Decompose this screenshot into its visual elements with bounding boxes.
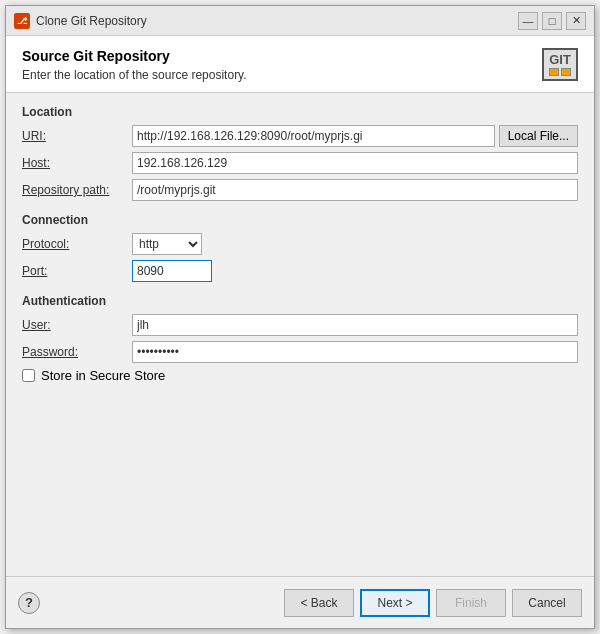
close-button[interactable]: ✕	[566, 12, 586, 30]
user-row: User:	[22, 314, 578, 336]
password-row: Password:	[22, 341, 578, 363]
repo-path-input[interactable]	[132, 179, 578, 201]
cancel-button[interactable]: Cancel	[512, 589, 582, 617]
uri-input-group: Local File...	[132, 125, 578, 147]
local-file-button[interactable]: Local File...	[499, 125, 578, 147]
header-title: Source Git Repository	[22, 48, 247, 64]
user-input[interactable]	[132, 314, 578, 336]
port-input[interactable]	[132, 260, 212, 282]
host-row: Host:	[22, 152, 578, 174]
title-bar: ⎇ Clone Git Repository — □ ✕	[6, 6, 594, 36]
password-label: Password:	[22, 345, 132, 359]
password-input[interactable]	[132, 341, 578, 363]
title-bar-left: ⎇ Clone Git Repository	[14, 13, 147, 29]
minimize-button[interactable]: —	[518, 12, 538, 30]
secure-store-row: Store in Secure Store	[22, 368, 578, 383]
repo-path-label: Repository path:	[22, 183, 132, 197]
footer-right: < Back Next > Finish Cancel	[284, 589, 582, 617]
dialog-content: Location URI: Local File... Host: Reposi…	[6, 93, 594, 576]
port-row: Port:	[22, 260, 578, 282]
git-logo-boxes	[549, 68, 571, 76]
window-icon: ⎇	[14, 13, 30, 29]
user-label: User:	[22, 318, 132, 332]
git-box-2	[561, 68, 571, 76]
connection-section-label: Connection	[22, 213, 578, 227]
protocol-label: Protocol:	[22, 237, 132, 251]
maximize-button[interactable]: □	[542, 12, 562, 30]
uri-input[interactable]	[132, 125, 495, 147]
uri-row: URI: Local File...	[22, 125, 578, 147]
repo-path-row: Repository path:	[22, 179, 578, 201]
back-button[interactable]: < Back	[284, 589, 354, 617]
clone-git-dialog: ⎇ Clone Git Repository — □ ✕ Source Git …	[5, 5, 595, 629]
location-section-label: Location	[22, 105, 578, 119]
uri-label: URI:	[22, 129, 132, 143]
dialog-footer: ? < Back Next > Finish Cancel	[6, 576, 594, 628]
git-logo-text: GIT	[549, 53, 571, 66]
header-text: Source Git Repository Enter the location…	[22, 48, 247, 82]
secure-store-label: Store in Secure Store	[41, 368, 165, 383]
title-controls: — □ ✕	[518, 12, 586, 30]
help-button[interactable]: ?	[18, 592, 40, 614]
footer-left: ?	[18, 592, 40, 614]
protocol-select[interactable]: http https ssh	[132, 233, 202, 255]
port-label: Port:	[22, 264, 132, 278]
dialog-header: Source Git Repository Enter the location…	[6, 36, 594, 93]
header-subtitle: Enter the location of the source reposit…	[22, 68, 247, 82]
authentication-section-label: Authentication	[22, 294, 578, 308]
finish-button[interactable]: Finish	[436, 589, 506, 617]
secure-store-checkbox[interactable]	[22, 369, 35, 382]
host-input[interactable]	[132, 152, 578, 174]
window-title: Clone Git Repository	[36, 14, 147, 28]
git-box-1	[549, 68, 559, 76]
git-logo: GIT	[542, 48, 578, 81]
host-label: Host:	[22, 156, 132, 170]
protocol-row: Protocol: http https ssh	[22, 233, 578, 255]
next-button[interactable]: Next >	[360, 589, 430, 617]
